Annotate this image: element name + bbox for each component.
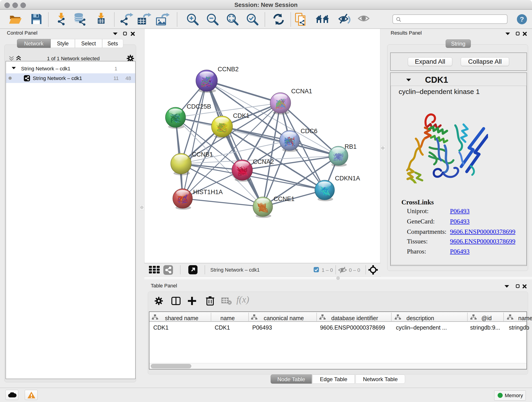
svg-text:CCNB1: CCNB1: [192, 151, 213, 158]
svg-text:CDC6: CDC6: [301, 128, 317, 134]
svg-text:CCNA1: CCNA1: [291, 88, 312, 95]
svg-text:RB1: RB1: [345, 143, 357, 150]
svg-text:CCNA2: CCNA2: [253, 158, 274, 165]
svg-text:CDK1: CDK1: [233, 112, 249, 119]
svg-text:CDC25B: CDC25B: [187, 103, 211, 110]
svg-text:CDKN1A: CDKN1A: [335, 175, 360, 182]
svg-text:CCNB2: CCNB2: [218, 66, 239, 73]
svg-text:HIST1H1A: HIST1H1A: [193, 189, 223, 196]
svg-text:CCNE1: CCNE1: [273, 196, 295, 202]
